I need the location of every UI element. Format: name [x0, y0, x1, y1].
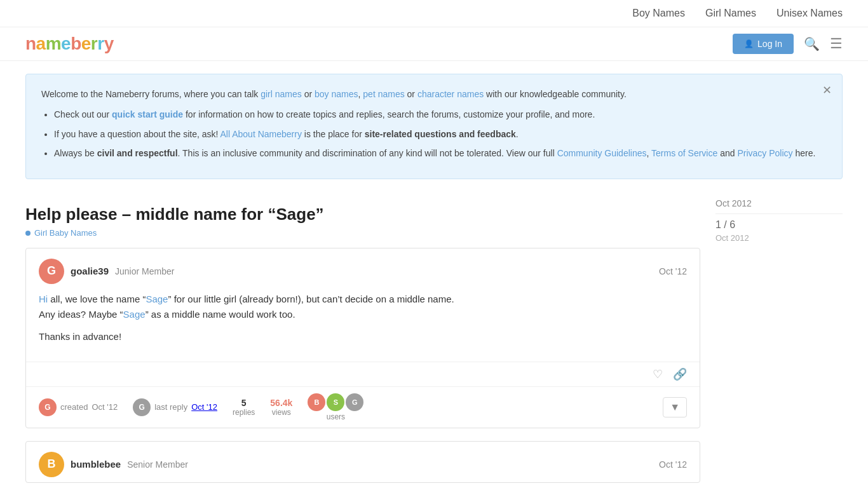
sage-link-2[interactable]: Sage [123, 309, 146, 320]
like-button[interactable]: ♡ [653, 367, 663, 381]
banner-girl-names-link[interactable]: girl names [261, 89, 302, 99]
banner-pet-names-link[interactable]: pet names [363, 89, 404, 99]
menu-icon[interactable]: ☰ [830, 36, 843, 52]
tos-link[interactable]: Terms of Service [651, 148, 717, 158]
avatar: G [39, 259, 64, 284]
close-banner-button[interactable]: ✕ [822, 83, 832, 97]
replies-count: 5 [241, 398, 247, 408]
banner-item-1: Check out our quick start guide for info… [54, 107, 827, 121]
sidebar: Oct 2012 1 / 6 Oct 2012 [715, 192, 843, 488]
search-icon[interactable]: 🔍 [804, 36, 820, 51]
login-button[interactable]: Log In [733, 34, 794, 54]
username-2: bumblebee [71, 459, 121, 470]
post-date-2: Oct '12 [659, 459, 687, 470]
post-author-2: B bumblebee Senior Member [39, 452, 188, 477]
page-content: Help please – middle name for “Sage” Gir… [0, 192, 868, 488]
post-header-2: B bumblebee Senior Member Oct '12 [26, 442, 700, 482]
last-reply-label: last reply [154, 402, 187, 412]
logo[interactable]: nameberry [25, 34, 114, 54]
share-button[interactable]: 🔗 [673, 367, 687, 381]
top-nav: Boy Names Girl Names Unisex Names [0, 0, 868, 27]
user-avatar-3: G [346, 393, 363, 411]
community-guidelines-link[interactable]: Community Guidelines [557, 148, 647, 158]
logo-text: nameberry [25, 34, 114, 54]
user-avatars: B S G [308, 393, 363, 411]
all-about-link[interactable]: All About Nameberry [220, 129, 302, 139]
user-avatar-1: B [308, 393, 325, 411]
post-header: G goalie39 Junior Member Oct '12 [26, 248, 700, 289]
banner-list: Check out our quick start guide for info… [54, 107, 827, 160]
banner-boy-names-link[interactable]: boy names [315, 89, 358, 99]
post-card-main: G goalie39 Junior Member Oct '12 Hi all,… [25, 248, 700, 428]
sidebar-pagination-sub: Oct 2012 [715, 233, 843, 243]
banner-char-names-link[interactable]: character names [417, 89, 484, 99]
sidebar-divider [715, 214, 843, 214]
user-role-2: Senior Member [127, 459, 188, 470]
girl-names-link[interactable]: Girl Names [705, 8, 756, 19]
post-date: Oct '12 [659, 266, 687, 276]
user-role: Junior Member [115, 266, 174, 276]
post-author: G goalie39 Junior Member [39, 259, 174, 284]
post-card-preview: B bumblebee Senior Member Oct '12 [25, 441, 700, 483]
username: goalie39 [71, 266, 109, 276]
sidebar-date: Oct 2012 [715, 198, 843, 208]
header-right: Log In 🔍 ☰ [733, 34, 843, 54]
creator-avatar: G [39, 398, 57, 416]
post-paragraph-2: Thanks in advance! [39, 329, 687, 345]
users-stat: B S G users [308, 393, 363, 421]
post-footer: G created Oct '12 G last reply Oct '12 5… [26, 386, 700, 428]
unisex-names-link[interactable]: Unisex Names [776, 8, 843, 19]
post-actions: ♡ 🔗 [26, 362, 700, 386]
sage-link-1[interactable]: Sage [146, 294, 168, 304]
post-body: Hi all, we love the name “Sage” for our … [26, 289, 700, 362]
category-link[interactable]: Girl Baby Names [25, 228, 97, 238]
views-count: 56.4k [270, 398, 292, 408]
quick-start-link[interactable]: quick start guide [112, 109, 183, 119]
welcome-banner: ✕ Welcome to the Nameberry forums, where… [25, 74, 843, 179]
users-label: users [327, 412, 345, 421]
expand-button[interactable]: ▼ [663, 397, 687, 417]
replies-label: replies [233, 408, 255, 417]
category-tag: Girl Baby Names [25, 227, 97, 238]
views-label: views [272, 408, 291, 417]
boy-names-link[interactable]: Boy Names [632, 8, 685, 19]
last-reply-date[interactable]: Oct '12 [191, 402, 217, 412]
privacy-link[interactable]: Privacy Policy [737, 148, 792, 158]
page-title: Help please – middle name for “Sage” [25, 205, 700, 224]
main-content: Help please – middle name for “Sage” Gir… [25, 192, 700, 488]
last-reply-info: G last reply Oct '12 [133, 398, 217, 416]
banner-intro: Welcome to the Nameberry forums, where y… [41, 87, 827, 101]
user-avatar-2: S [327, 393, 344, 411]
created-info: G created Oct '12 [39, 398, 118, 416]
main-header: nameberry Log In 🔍 ☰ [0, 27, 868, 61]
avatar-2: B [39, 452, 64, 477]
replies-stat: 5 replies [233, 398, 255, 417]
sidebar-pagination: 1 / 6 [715, 219, 843, 231]
reply-avatar: G [133, 398, 151, 416]
created-label: created [60, 402, 88, 412]
banner-item-2: If you have a question about the site, a… [54, 127, 827, 141]
banner-item-3: Always be civil and respectful. This is … [54, 146, 827, 160]
post-paragraph-1: Hi all, we love the name “Sage” for our … [39, 292, 687, 323]
sidebar-pagination-block: 1 / 6 Oct 2012 [715, 219, 843, 243]
hi-link[interactable]: Hi [39, 294, 48, 304]
views-stat: 56.4k views [270, 398, 292, 417]
created-date: Oct '12 [92, 402, 118, 412]
